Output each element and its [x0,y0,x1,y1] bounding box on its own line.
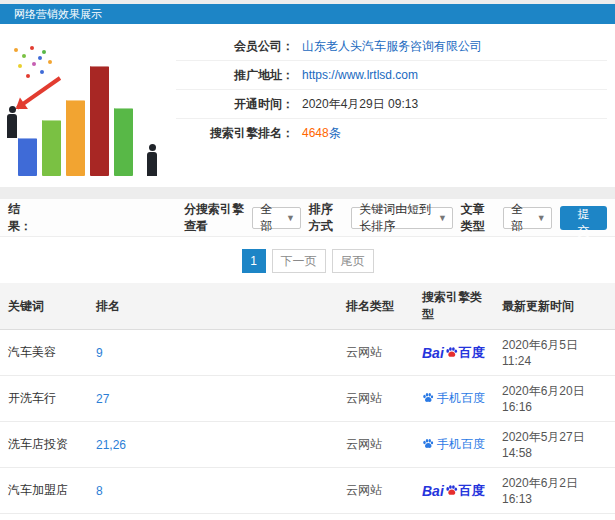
info-row: 推广地址： https://www.lrtlsd.com [176,61,607,90]
table-row: 开洗车行 27 云网站 手机百度 2020年6月20日 16:16 [0,376,615,422]
ranking-count-value: 4648条 [302,125,341,142]
results-section: 结果： 分搜索引擎查看 全部 ▼ 排序方式 关键词由短到长排序 ▼ 文章类型 全… [0,199,615,520]
rank-link[interactable]: 8 [96,484,103,498]
person-figure [146,144,158,176]
table-header-rank: 排名 [88,283,338,330]
updated-time-cell: 2020年6月20日 16:11 [494,514,615,520]
rank-link[interactable]: 27 [96,392,109,406]
engine-filter-select[interactable]: 全部 ▼ [252,207,300,229]
rank-link[interactable]: 9 [96,346,103,360]
updated-time-cell: 2020年5月27日 14:58 [494,422,615,468]
table-row: 洗车店投资 21,26 云网站 手机百度 2020年5月27日 14:58 [0,422,615,468]
app-header: 网络营销效果展示 [0,4,615,24]
updated-time-cell: 2020年6月20日 16:16 [494,376,615,422]
table-header-engine-type: 搜索引擎类型 [414,283,494,330]
person-figure [6,106,18,138]
dots-decoration [14,48,18,52]
results-table: 关键词 排名 排名类型 搜索引擎类型 最新更新时间 汽车美容 9 云网站 Bai… [0,283,615,520]
ranking-count-number: 4648 [302,126,329,140]
promo-url-link[interactable]: https://www.lrtlsd.com [302,68,418,82]
baidu-paw-icon [422,392,434,404]
search-engine-cell: 手机百度 [414,514,494,520]
chart-bar [114,108,133,176]
info-label: 会员公司： [176,38,294,55]
rank-cell: 8 [88,468,338,514]
baidu-paw-icon [422,438,434,450]
keyword-cell: 洗车店投资 [0,422,88,468]
table-row: 汽车美容 9 云网站 Bai百度 2020年6月5日 11:24 [0,330,615,376]
keyword-cell: 汽车美容 [0,330,88,376]
summary-panel: 会员公司： 山东老人头汽车服务咨询有限公司 推广地址： https://www.… [0,24,615,187]
mobile-baidu-logo: 手机百度 [422,390,485,407]
marketing-chart-illustration [4,30,172,180]
chevron-down-icon: ▼ [286,213,295,223]
submit-button[interactable]: 提交 [560,206,607,230]
baidu-logo: Bai百度 [422,344,485,362]
chevron-down-icon: ▼ [537,213,546,223]
growth-arrow-icon [16,76,61,109]
type-filter-value: 全部 [511,201,531,235]
member-company-link[interactable]: 山东老人头汽车服务咨询有限公司 [302,39,482,53]
chart-bar [66,100,85,176]
rank-type-cell: 云网站 [338,422,414,468]
type-filter-label: 文章类型 [461,201,495,235]
table-header-updated: 最新更新时间 [494,283,615,330]
keyword-cell: 汽车加盟店 [0,468,88,514]
table-row: 加盟洗车店 25,28,28 云网站 手机百度 2020年6月20日 16:11 [0,514,615,520]
keyword-cell: 加盟洗车店 [0,514,88,520]
sort-filter-value: 关键词由短到长排序 [359,201,432,235]
page-title: 网络营销效果展示 [14,8,102,20]
updated-time-cell: 2020年6月2日 16:13 [494,468,615,514]
chart-bar [90,66,109,176]
page-last[interactable]: 尾页 [332,249,374,273]
engine-filter-value: 全部 [260,201,280,235]
open-time-value: 2020年4月29日 09:13 [302,96,418,113]
chart-bar [42,120,61,176]
filter-bar: 结果： 分搜索引擎查看 全部 ▼ 排序方式 关键词由短到长排序 ▼ 文章类型 全… [0,199,615,237]
member-info-list: 会员公司： 山东老人头汽车服务咨询有限公司 推广地址： https://www.… [176,30,607,183]
sort-filter-label: 排序方式 [309,201,343,235]
rank-type-cell: 云网站 [338,330,414,376]
rank-cell: 27 [88,376,338,422]
baidu-paw-icon [445,346,458,359]
chevron-down-icon: ▼ [438,213,447,223]
table-header-row: 关键词 排名 排名类型 搜索引擎类型 最新更新时间 [0,283,615,330]
table-header-keyword: 关键词 [0,283,88,330]
search-engine-cell: 手机百度 [414,376,494,422]
baidu-logo: Bai百度 [422,482,485,500]
info-label: 开通时间： [176,96,294,113]
rank-link[interactable]: 21,26 [96,438,126,452]
keyword-cell: 开洗车行 [0,376,88,422]
info-row: 会员公司： 山东老人头汽车服务咨询有限公司 [176,32,607,61]
search-engine-cell: Bai百度 [414,330,494,376]
search-engine-cell: Bai百度 [414,468,494,514]
page-next[interactable]: 下一页 [272,249,326,273]
pagination: 1 下一页 尾页 [0,237,615,283]
table-header-rank-type: 排名类型 [338,283,414,330]
chart-bar [18,138,37,176]
table-row: 汽车加盟店 8 云网站 Bai百度 2020年6月2日 16:13 [0,468,615,514]
sort-filter-select[interactable]: 关键词由短到长排序 ▼ [351,207,453,229]
rank-cell: 21,26 [88,422,338,468]
rank-cell: 25,28,28 [88,514,338,520]
info-row: 开通时间： 2020年4月29日 09:13 [176,90,607,119]
filter-controls: 分搜索引擎查看 全部 ▼ 排序方式 关键词由短到长排序 ▼ 文章类型 全部 ▼ … [184,201,607,235]
rank-cell: 9 [88,330,338,376]
table-body: 汽车美容 9 云网站 Bai百度 2020年6月5日 11:24 开洗车行 27… [0,330,615,520]
rank-type-cell: 云网站 [338,514,414,520]
rank-type-cell: 云网站 [338,468,414,514]
baidu-paw-icon [445,484,458,497]
info-row: 搜索引擎排名： 4648条 [176,119,607,148]
engine-filter-label: 分搜索引擎查看 [184,201,244,235]
search-engine-cell: 手机百度 [414,422,494,468]
info-label: 搜索引擎排名： [176,125,294,142]
page-current[interactable]: 1 [242,249,266,273]
results-label: 结果： [8,201,36,235]
mobile-baidu-logo: 手机百度 [422,436,485,453]
rank-type-cell: 云网站 [338,376,414,422]
ranking-count-suffix: 条 [329,126,341,140]
info-label: 推广地址： [176,67,294,84]
updated-time-cell: 2020年6月5日 11:24 [494,330,615,376]
page: { "header": { "title": "网络营销效果展示" }, "in… [0,0,615,520]
type-filter-select[interactable]: 全部 ▼ [503,207,551,229]
